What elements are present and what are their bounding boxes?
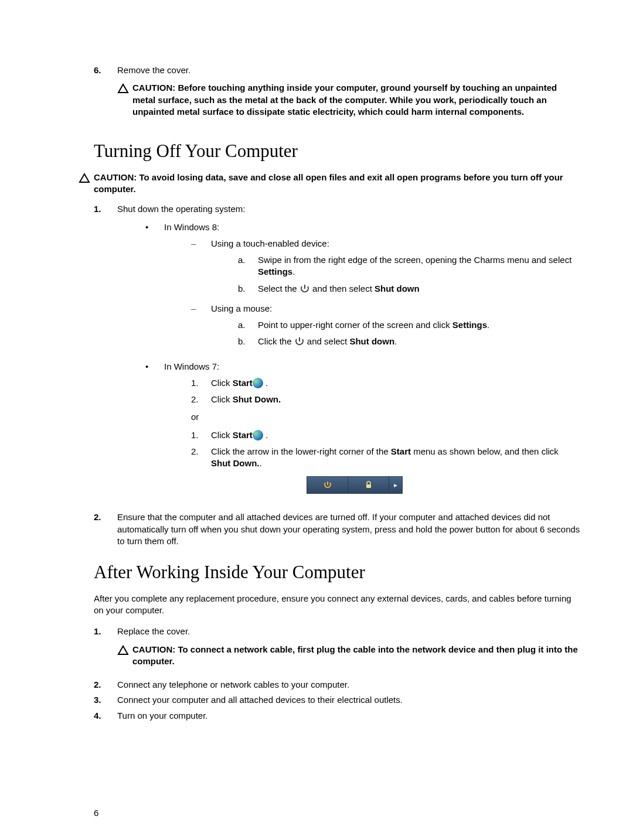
dash-text: Using a mouse:: [211, 303, 580, 315]
letter-body: Swipe in from the right edge of the scre…: [258, 254, 580, 278]
letter-mark: a.: [234, 254, 258, 278]
shutdown: Shut down: [349, 336, 394, 346]
text: Click the: [258, 336, 294, 346]
lock-segment: [348, 477, 389, 493]
page-number: 6: [94, 807, 98, 819]
shutdown: Shut down: [375, 284, 420, 293]
start-orb-icon: [253, 378, 263, 388]
text: and then select: [312, 284, 375, 293]
shutdown-image: ▸: [129, 476, 580, 494]
text: .: [292, 267, 295, 276]
letter-body: Point to upper-right corner of the scree…: [258, 319, 580, 331]
shutdown: Shut Down.: [211, 458, 260, 468]
letter-mark: b.: [234, 283, 258, 295]
step-text: Ensure that the computer and all attache…: [117, 511, 580, 547]
text: Click: [211, 378, 233, 388]
step-number: 4.: [94, 710, 117, 722]
dash-touch: – Using a touch-enabled device: a. Swipe…: [164, 238, 580, 298]
heading-turning-off: Turning Off Your Computer: [94, 139, 580, 163]
start: Start: [391, 446, 411, 456]
svg-marker-1: [80, 174, 89, 182]
letter-a: a. Swipe in from the right edge of the s…: [211, 254, 580, 278]
caution-box: CAUTION: To connect a network cable, fir…: [117, 644, 580, 668]
settings: Settings: [258, 267, 292, 276]
text: Click the arrow in the lower-right corne…: [211, 446, 391, 456]
caution-box: CAUTION: Before touching anything inside…: [117, 82, 580, 118]
num-mark: 2.: [188, 446, 211, 470]
caution-text: CAUTION: To connect a network cable, fir…: [132, 644, 580, 668]
step-body: Replace the cover. CAUTION: To connect a…: [117, 626, 580, 675]
letter-mark: b.: [234, 336, 258, 347]
dash-icon: –: [188, 303, 211, 351]
svg-marker-3: [118, 646, 128, 654]
letter-body: Click the and select Shut down.: [258, 336, 580, 347]
dash-body: Using a touch-enabled device: a. Swipe i…: [211, 238, 580, 298]
shutdown-bar: ▸: [307, 476, 403, 494]
bullet-icon: •: [141, 221, 164, 355]
power-icon: [294, 336, 305, 347]
power-segment: [307, 477, 348, 493]
win7-step-1: 1. Click Start .: [164, 377, 580, 389]
caution-icon: [117, 644, 132, 668]
num-mark: 1.: [188, 377, 211, 389]
caution-text: CAUTION: Before touching anything inside…: [132, 82, 580, 118]
letter-a: a. Point to upper-right corner of the sc…: [211, 319, 580, 331]
bullet-text: In Windows 8:: [164, 221, 580, 233]
after-step-2: 2. Connect any telephone or network cabl…: [94, 679, 580, 691]
caution-box: CAUTION: To avoid losing data, save and …: [79, 172, 580, 196]
num-mark: 2.: [188, 394, 211, 405]
step-number: 3.: [94, 694, 117, 706]
step-number: 1.: [94, 203, 117, 508]
caution-icon: [117, 82, 132, 118]
step-text: Remove the cover.: [117, 64, 580, 76]
text: .: [487, 320, 489, 330]
letter-b: b. Click the and select Shut down.: [211, 336, 580, 347]
step-body: Remove the cover. CAUTION: Before touchi…: [117, 64, 580, 126]
or-text: or: [168, 411, 580, 423]
svg-rect-2: [366, 484, 371, 488]
settings: Settings: [452, 320, 487, 330]
bullet-body: In Windows 7: 1. Click Start . 2. Click …: [164, 361, 580, 505]
text: menu as shown below, and then click: [411, 446, 559, 456]
dash-text: Using a touch-enabled device:: [211, 238, 580, 250]
num-body: Click the arrow in the lower-right corne…: [211, 446, 580, 470]
step-body: Shut down the operating system: • In Win…: [117, 203, 580, 508]
text: .: [394, 336, 397, 346]
caution-icon: [79, 172, 94, 196]
dash-mouse: – Using a mouse: a. Point to upper-right…: [164, 303, 580, 351]
bullet-win7: • In Windows 7: 1. Click Start . 2. Clic…: [117, 361, 580, 505]
power-icon: [300, 284, 310, 294]
arrow-segment: ▸: [389, 477, 402, 493]
win7-step-2: 2. Click Shut Down.: [164, 394, 580, 405]
bullet-body: In Windows 8: – Using a touch-enabled de…: [164, 221, 580, 355]
step-number: 2.: [94, 511, 117, 547]
start: Start: [233, 430, 253, 440]
svg-marker-0: [118, 84, 128, 93]
shutdown: Shut Down.: [233, 394, 281, 404]
step-text: Turn on your computer.: [117, 710, 580, 722]
num-body: Click Start .: [211, 429, 580, 441]
text: Click: [211, 394, 233, 404]
dash-body: Using a mouse: a. Point to upper-right c…: [211, 303, 580, 351]
step-number: 2.: [94, 679, 117, 691]
win7-alt-2: 2. Click the arrow in the lower-right co…: [164, 446, 580, 470]
intro-paragraph: After you complete any replacement proce…: [94, 593, 580, 617]
letter-mark: a.: [234, 319, 258, 331]
step-text: Connect your computer and all attached d…: [117, 694, 580, 706]
text: Swipe in from the right edge of the scre…: [258, 255, 571, 265]
start-orb-icon: [253, 430, 263, 441]
step-text: Connect any telephone or network cables …: [117, 679, 580, 691]
after-step-3: 3. Connect your computer and all attache…: [94, 694, 580, 706]
power-icon: [323, 480, 332, 490]
after-step-4: 4. Turn on your computer.: [94, 710, 580, 722]
dash-icon: –: [188, 238, 211, 298]
step-text: Replace the cover.: [117, 626, 580, 637]
text: Point to upper-right corner of the scree…: [258, 320, 452, 330]
caution-text: CAUTION: To avoid losing data, save and …: [94, 172, 580, 196]
text: Select the: [258, 284, 300, 293]
letter-body: Select the and then select Shut down: [258, 283, 580, 295]
step-number: 1.: [94, 626, 117, 675]
bullet-win8: • In Windows 8: – Using a touch-enabled …: [117, 221, 580, 355]
text: .: [260, 458, 262, 468]
text: Click: [211, 430, 233, 440]
